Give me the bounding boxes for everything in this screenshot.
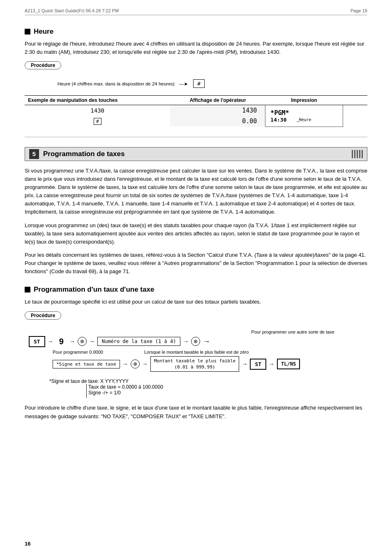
section5-body2: Lorsque vous programmez un (des) taux de… — [25, 221, 367, 246]
heure-flow-label: Heure (4 chiffres max. dans la dispositi… — [58, 79, 367, 88]
tax-flow-sub-row: *Signe et taux de taxe ⊗ Montant taxable… — [53, 356, 367, 372]
taux-body2: Pour introduire le chiffre d'une taxe, l… — [25, 404, 367, 420]
tax-flow-container: Pour programmer une autre sorte de taxe … — [29, 329, 367, 372]
taux-icon — [25, 287, 30, 292]
heure-key-table: Exemple de manipulation des touches Affi… — [25, 95, 367, 127]
sign-sub-container: Taux de taxe = 0.0000 à 100.0000 Signe -… — [85, 384, 367, 398]
tax-flow-row2: Pour programmer 0.0000 Lorsque le montan… — [53, 350, 367, 372]
sign-block: *Signe et taux de taxe: X YYY,YYYY Taux … — [49, 378, 367, 398]
taux-body: Le taux de pourcentage spécifié ici est … — [25, 298, 367, 306]
section5-num: 5 — [29, 149, 39, 159]
deco-line5 — [362, 150, 363, 158]
top-note-container: Pour programmer une autre sorte de taxe — [29, 329, 367, 335]
print-time: 14:30 — [270, 117, 286, 123]
num-taxe-box: Numéro de la taxe (1 à 4) — [97, 337, 181, 346]
page: A213_1 Quick Start Guide(Fr) 06.4.28 7:2… — [0, 0, 392, 555]
heure-flow-text: Heure (4 chiffres max. dans la dispositi… — [58, 81, 175, 86]
heure-icon — [25, 29, 30, 35]
st2-box: ST — [250, 359, 266, 370]
circlex2: ⊗ — [191, 337, 200, 346]
heure-flow-diagram: Heure (4 chiffres max. dans la dispositi… — [41, 79, 367, 88]
row2-notes: Pour programmer 0.0000 Lorsque le montan… — [53, 350, 367, 355]
note-zero: Lorsque le montant taxable le plus faibl… — [144, 350, 249, 355]
sign-sub2: Signe -/+ = 1/0 — [88, 390, 163, 396]
header-right: Page 16 — [350, 8, 367, 13]
sign-line1: *Signe et taux de taxe: X YYY,YYYY — [49, 378, 367, 384]
section5-lines — [352, 150, 363, 158]
arrow8 — [269, 361, 274, 367]
section5-header: 5 Programmation de taxes — [25, 147, 367, 161]
heure-body: Pour le réglage de l'heure, introduisez … — [25, 40, 367, 56]
header-left: A213_1 Quick Start Guide(Fr) 06.4.28 7:2… — [25, 8, 119, 13]
section5-body1: Si vous programmez une T.V.A./taxe, la c… — [25, 167, 367, 216]
tl-box: TL/NS — [277, 359, 300, 369]
display-1430: 1430 — [170, 105, 265, 116]
taux-section-title: Programmation d'un taux d'une taxe — [25, 286, 367, 294]
signe-taux-box: *Signe et taux de taxe — [53, 360, 120, 368]
st-box: ST — [29, 336, 45, 347]
col1-header: Exemple de manipulation des touches — [25, 96, 170, 105]
note-prog: Pour programmer 0.0000 — [53, 350, 103, 355]
heure-flow-key: # — [193, 79, 205, 88]
table-row: 1430 1430 *PGM* 14:30 ⎯Heure — [25, 105, 367, 116]
section-divider — [25, 137, 367, 137]
montant-box: Montant taxable le plus faible(0.01 à 99… — [150, 356, 240, 372]
tax-flow-row1: ST 9 ⊗ Numéro de la taxe (1 à 4) ⊗ → — [29, 336, 367, 347]
circlex3: ⊗ — [131, 359, 140, 368]
arrow1 — [48, 338, 53, 345]
taux-title: Programmation d'un taux d'une taxe — [34, 286, 154, 294]
arrow2 — [69, 338, 75, 345]
section5-body3: Pour les détails concernant les systèmes… — [25, 251, 367, 276]
heure-title: Heure — [34, 28, 53, 36]
sub-section-taux: Programmation d'un taux d'une taxe Le ta… — [25, 286, 367, 420]
deco-line2 — [354, 150, 355, 158]
display-zero: 0.00 — [170, 116, 265, 127]
arrow4 — [183, 338, 189, 345]
sign-sub-text: Taux de taxe = 0.0000 à 100.0000 Signe -… — [88, 384, 163, 396]
top-note: Pour programmer une autre sorte de taxe — [251, 329, 334, 334]
deco-line4 — [359, 150, 360, 158]
arrow6 — [142, 361, 148, 367]
header-bar: A213_1 Quick Start Guide(Fr) 06.4.28 7:2… — [25, 8, 367, 15]
curve-bracket: → — [203, 337, 210, 346]
circlex1: ⊗ — [78, 337, 87, 346]
deco-line3 — [357, 150, 358, 158]
taux-procedure-badge: Procédure — [25, 311, 61, 320]
deco-line1 — [352, 150, 353, 158]
print-pgm: *PGM* — [270, 109, 337, 117]
page-number: 16 — [25, 541, 30, 547]
arrow7 — [242, 361, 247, 367]
sign-sub1: Taux de taxe = 0.0000 à 100.0000 — [88, 384, 163, 390]
sign-sub-lines: Taux de taxe = 0.0000 à 100.0000 Signe -… — [85, 384, 367, 398]
nine-label: 9 — [59, 337, 64, 346]
print-time-row: 14:30 ⎯Heure — [270, 117, 337, 123]
sign-note: *Signe et taux de taxe: X YYY,YYYY — [49, 378, 129, 384]
sign-vline — [86, 384, 87, 398]
key-1430: 1430 — [25, 105, 170, 116]
col2-header: Affichage de l'opérateur — [170, 96, 265, 105]
heure-section-title: Heure — [25, 28, 367, 36]
col3-header: Impression — [265, 96, 343, 105]
hash-key: # — [94, 118, 101, 125]
section5-title: Programmation de taxes — [43, 150, 125, 158]
key-hash: # — [25, 116, 170, 127]
print-heure-label: ⎯Heure — [297, 117, 311, 122]
heure-procedure-badge: Procédure — [25, 61, 61, 69]
arrow3 — [89, 338, 95, 345]
arrow5 — [122, 361, 128, 367]
